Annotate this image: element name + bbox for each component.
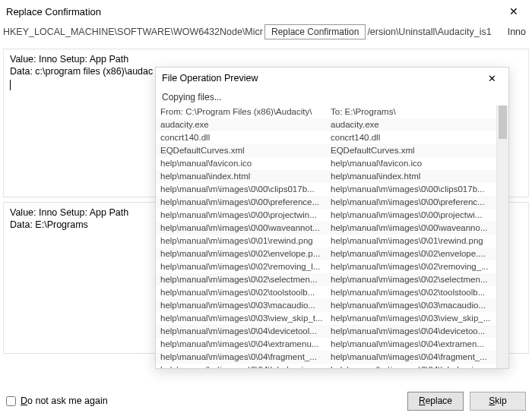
text-cursor <box>10 80 11 90</box>
preview-file-from: help\manual\m\images\0\00\clips017b... <box>156 183 326 196</box>
preview-file-to: help\manual\m\images\0\00\clips017b... <box>326 183 496 196</box>
preview-file-row[interactable]: help\manual\m\images\0\00\clips017b...he… <box>156 183 496 196</box>
preview-file-row[interactable]: help\manual\m\images\0\03\view_skip_t...… <box>156 312 496 325</box>
preview-file-to: help\manual\m\images\0\00\waveanno... <box>326 222 496 235</box>
preview-file-row[interactable]: help\manual\m\images\0\02\envelope.p...h… <box>156 247 496 260</box>
preview-scrollbar-thumb[interactable] <box>499 106 507 139</box>
replace-button[interactable]: Replace <box>407 392 464 411</box>
registry-path-right: /ersion\Uninstall\Audacity_is1 <box>367 27 491 37</box>
preview-file-to: help\manual\m\images\0\03\macaudio... <box>326 299 496 312</box>
preview-file-row[interactable]: help\manual\m\images\0\04\extramenu...he… <box>156 338 496 351</box>
preview-file-row[interactable]: help\manual\m\images\0\04\devicetool...h… <box>156 325 496 338</box>
dialog-button-bar: Do not ask me again Replace Skip <box>0 386 532 416</box>
preview-file-row[interactable]: help\manual\m\images\0\04\labelregio...h… <box>156 364 496 368</box>
preview-file-from: help\manual\m\images\0\04\fragment_... <box>156 351 326 364</box>
preview-file-from: help\manual\m\images\0\00\preference... <box>156 196 326 209</box>
preview-file-row[interactable]: help\manual\index.htmlhelp\manual\index.… <box>156 170 496 183</box>
preview-file-from: help\manual\m\images\0\02\envelope.p... <box>156 247 326 260</box>
preview-file-to: help\manual\m\images\0\04\labelregio... <box>326 364 496 368</box>
skip-button[interactable]: Skip <box>470 392 526 411</box>
preview-file-row[interactable]: help\manual\m\images\0\02\selectmen...he… <box>156 273 496 286</box>
dont-ask-again-label: Do not ask me again <box>21 396 108 406</box>
preview-file-to: help\manual\m\images\0\02\removing_... <box>326 260 496 273</box>
preview-file-row[interactable]: help\manual\m\images\0\02\toolstoolb...h… <box>156 286 496 299</box>
preview-file-row[interactable]: help\manual\favicon.icohelp\manual\favic… <box>156 157 496 170</box>
preview-file-from: help\manual\m\images\0\00\projectwin... <box>156 209 326 222</box>
dont-ask-again-input[interactable] <box>6 396 16 406</box>
preview-header-to: To: E:\Programs\ <box>326 106 496 118</box>
preview-file-to: help\manual\m\images\0\00\preferenc... <box>326 196 496 209</box>
preview-file-to: help\manual\m\images\0\03\view_skip_... <box>326 312 496 325</box>
preview-file-to: help\manual\m\images\0\00\projectwi... <box>326 209 496 222</box>
preview-file-from: help\manual\m\images\0\04\labelregio... <box>156 364 326 368</box>
preview-file-to: EQDefaultCurves.xml <box>326 144 496 157</box>
close-icon[interactable]: ✕ <box>502 2 526 20</box>
preview-file-to: help\manual\m\images\0\02\envelope.... <box>326 247 496 260</box>
preview-file-row[interactable]: help\manual\m\images\0\01\rewind.pnghelp… <box>156 235 496 247</box>
dialog-title: Replace Confirmation <box>6 6 502 17</box>
preview-file-from: help\manual\m\images\0\03\view_skip_t... <box>156 312 326 325</box>
preview-file-from: help\manual\m\images\0\02\selectmen... <box>156 273 326 286</box>
preview-file-to: concrt140.dll <box>326 131 496 144</box>
preview-file-from: help\manual\m\images\0\04\devicetool... <box>156 325 326 338</box>
preview-file-row[interactable]: help\manual\m\images\0\03\macaudio...hel… <box>156 299 496 312</box>
preview-header-from: From: C:\Program Files (x86)\Audacity\ <box>156 106 326 118</box>
preview-file-row[interactable]: help\manual\m\images\0\00\projectwin...h… <box>156 209 496 222</box>
preview-title: File Operation Preview <box>162 73 482 84</box>
preview-close-icon[interactable]: ✕ <box>482 71 502 86</box>
source-value-label: Value: Inno Setup: App Path <box>10 54 522 65</box>
preview-file-to: help\manual\m\images\0\02\selectmen... <box>326 273 496 286</box>
preview-file-from: help\manual\m\images\0\02\removing_l... <box>156 260 326 273</box>
preview-file-from: help\manual\m\images\0\03\macaudio... <box>156 299 326 312</box>
registry-path-left: HKEY_LOCAL_MACHINE\SOFTWARE\WOW6432Node\… <box>3 27 263 37</box>
preview-file-from: EQDefaultCurves.xml <box>156 144 326 157</box>
tooltip-replace-confirmation: Replace Confirmation <box>264 24 366 39</box>
preview-header-row: From: C:\Program Files (x86)\Audacity\ T… <box>156 106 496 118</box>
preview-file-to: help\manual\m\images\0\04\devicetoo... <box>326 325 496 338</box>
dialog-titlebar: Replace Confirmation ✕ <box>0 0 532 23</box>
preview-file-from: help\manual\m\images\0\04\extramenu... <box>156 338 326 351</box>
preview-file-from: help\manual\m\images\0\01\rewind.png <box>156 235 326 247</box>
preview-file-to: help\manual\index.html <box>326 170 496 183</box>
preview-titlebar: File Operation Preview ✕ <box>156 68 508 89</box>
preview-status: Copying files... <box>156 89 508 106</box>
preview-file-row[interactable]: help\manual\m\images\0\00\waveannot...he… <box>156 222 496 235</box>
preview-file-to: help\manual\m\images\0\04\extramen... <box>326 338 496 351</box>
preview-file-from: help\manual\m\images\0\00\waveannot... <box>156 222 326 235</box>
preview-file-from: help\manual\favicon.ico <box>156 157 326 170</box>
preview-file-to: help\manual\m\images\0\04\fragment_... <box>326 351 496 364</box>
preview-scrollbar[interactable] <box>496 106 508 368</box>
preview-file-from: concrt140.dll <box>156 131 326 144</box>
preview-file-row[interactable]: help\manual\m\images\0\00\preference...h… <box>156 196 496 209</box>
registry-path-row: HKEY_LOCAL_MACHINE\SOFTWARE\WOW6432Node\… <box>0 23 532 44</box>
registry-path-suffix: Inno <box>508 27 526 37</box>
preview-file-to: audacity.exe <box>326 118 496 131</box>
preview-file-from: help\manual\index.html <box>156 170 326 183</box>
preview-file-to: help\manual\m\images\0\01\rewind.png <box>326 235 496 247</box>
preview-file-row[interactable]: help\manual\m\images\0\02\removing_l...h… <box>156 260 496 273</box>
preview-file-from: help\manual\m\images\0\02\toolstoolb... <box>156 286 326 299</box>
preview-file-list: From: C:\Program Files (x86)\Audacity\ T… <box>156 106 496 368</box>
dont-ask-again-checkbox[interactable]: Do not ask me again <box>6 396 108 406</box>
preview-file-row[interactable]: help\manual\m\images\0\04\fragment_...he… <box>156 351 496 364</box>
file-operation-preview-dialog: File Operation Preview ✕ Copying files..… <box>155 67 509 369</box>
preview-file-row[interactable]: audacity.exeaudacity.exe <box>156 118 496 131</box>
preview-file-to: help\manual\favicon.ico <box>326 157 496 170</box>
preview-file-from: audacity.exe <box>156 118 326 131</box>
preview-file-row[interactable]: concrt140.dllconcrt140.dll <box>156 131 496 144</box>
preview-file-to: help\manual\m\images\0\02\toolstoolb... <box>326 286 496 299</box>
preview-body: From: C:\Program Files (x86)\Audacity\ T… <box>156 106 508 368</box>
preview-file-row[interactable]: EQDefaultCurves.xmlEQDefaultCurves.xml <box>156 144 496 157</box>
